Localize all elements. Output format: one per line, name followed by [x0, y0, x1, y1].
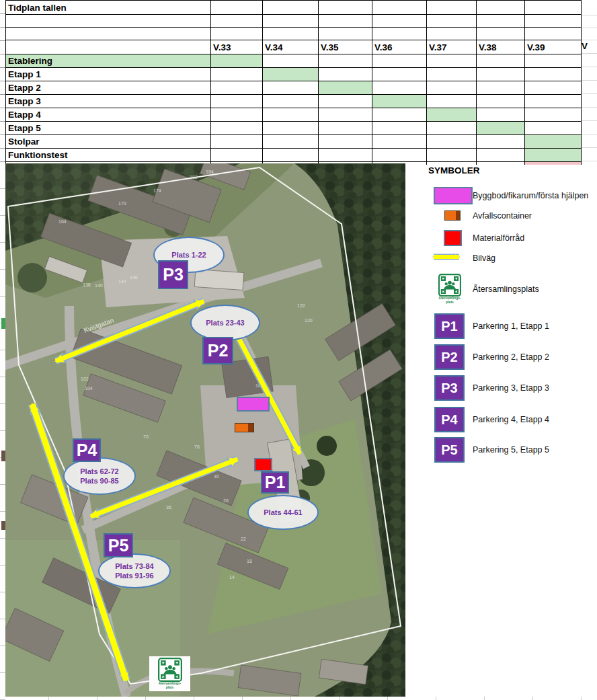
task-label-cell[interactable]: Stolpar	[6, 135, 211, 149]
assembly-point-sign[interactable]: Återsamlings-plats	[438, 274, 461, 304]
gantt-cell[interactable]	[372, 149, 427, 162]
gantt-cell[interactable]	[427, 135, 477, 149]
gantt-cell[interactable]	[372, 135, 427, 149]
gantt-cell[interactable]	[372, 122, 427, 135]
sheet-cell[interactable]	[372, 1, 427, 15]
week-header-cell[interactable]: V.38	[477, 40, 525, 54]
gantt-cell[interactable]	[477, 122, 525, 135]
gantt-cell[interactable]	[211, 122, 263, 135]
gantt-cell[interactable]	[211, 135, 263, 149]
gantt-cell[interactable]	[427, 95, 477, 108]
gantt-cell[interactable]	[263, 108, 319, 122]
sheet-cell[interactable]	[525, 1, 582, 15]
sheet-cell[interactable]	[525, 15, 582, 28]
week-header-cell[interactable]: V.37	[427, 40, 477, 54]
gantt-cell[interactable]	[319, 135, 372, 149]
map-parking-badge-p5[interactable]: P5	[104, 533, 133, 557]
gantt-cell[interactable]	[319, 95, 372, 108]
sheet-cell[interactable]	[427, 1, 477, 15]
avfallscontainer-swatch-icon[interactable]	[444, 210, 461, 221]
task-label-cell[interactable]: Etablering	[6, 54, 211, 68]
sheet-cell[interactable]	[372, 15, 427, 28]
sheet-cell[interactable]	[477, 15, 525, 28]
sheet-cell[interactable]	[427, 15, 477, 28]
sheet-cell[interactable]	[6, 15, 211, 28]
materialforrad-swatch-icon[interactable]	[444, 230, 462, 246]
gantt-cell[interactable]	[427, 122, 477, 135]
gantt-cell[interactable]	[211, 149, 263, 162]
task-label-cell[interactable]: Funktionstest	[6, 149, 211, 162]
map-parking-badge-p1[interactable]: P1	[261, 471, 289, 494]
gantt-cell[interactable]	[477, 54, 525, 68]
sheet-cell[interactable]	[263, 15, 319, 28]
sheet-cell[interactable]	[263, 1, 319, 15]
gantt-cell[interactable]	[211, 108, 263, 122]
gantt-cell[interactable]	[525, 122, 582, 135]
task-label-cell[interactable]: Etapp 2	[6, 81, 211, 95]
gantt-cell[interactable]	[319, 122, 372, 135]
sheet-cell[interactable]	[525, 28, 582, 40]
byggbod-swatch-icon[interactable]	[434, 187, 473, 204]
sheet-cell[interactable]	[477, 28, 525, 40]
sheet-cell[interactable]	[263, 28, 319, 40]
road-arrow[interactable]	[56, 301, 204, 361]
task-label-cell[interactable]: Etapp 5	[6, 122, 211, 135]
gantt-cell[interactable]	[263, 149, 319, 162]
site-map-image[interactable]: Kvistgatan184182174170164146144140138122…	[5, 163, 405, 697]
partial-row-cell[interactable]	[477, 162, 525, 165]
gantt-cell[interactable]	[477, 95, 525, 108]
gantt-cell[interactable]	[477, 68, 525, 81]
map-marker-avfall[interactable]	[235, 423, 254, 432]
parking-badge-p3[interactable]: P3	[434, 375, 465, 401]
week-header-cell[interactable]: V.33	[211, 40, 263, 54]
gantt-cell[interactable]	[372, 68, 427, 81]
gantt-cell[interactable]	[477, 81, 525, 95]
plats-ellipse[interactable]: Plats 44-61	[247, 495, 319, 530]
parking-badge-p4[interactable]: P4	[434, 407, 465, 432]
sheet-cell[interactable]	[477, 1, 525, 15]
map-parking-badge-p3[interactable]: P3	[158, 260, 188, 289]
gantt-cell[interactable]	[211, 81, 263, 95]
gantt-cell[interactable]	[427, 81, 477, 95]
gantt-cell[interactable]	[372, 81, 427, 95]
gantt-cell[interactable]	[525, 68, 582, 81]
parking-badge-p5[interactable]: P5	[434, 437, 465, 463]
week-header-cell[interactable]: V.36	[372, 40, 427, 54]
week-header-cell[interactable]: V.35	[319, 40, 372, 54]
map-parking-badge-p2[interactable]: P2	[202, 337, 233, 364]
gantt-cell[interactable]	[319, 81, 372, 95]
gantt-cell[interactable]	[525, 108, 582, 122]
gantt-cell[interactable]	[263, 54, 319, 68]
gantt-cell[interactable]	[211, 54, 263, 68]
gantt-cell[interactable]	[263, 135, 319, 149]
gantt-cell[interactable]	[263, 81, 319, 95]
gantt-cell[interactable]	[319, 68, 372, 81]
gantt-cell[interactable]	[525, 135, 582, 149]
week-header-cell[interactable]: V.34	[263, 40, 319, 54]
map-parking-badge-p4[interactable]: P4	[73, 438, 101, 462]
gantt-cell[interactable]	[525, 54, 582, 68]
sheet-cell[interactable]	[319, 28, 372, 40]
sheet-cell[interactable]	[319, 15, 372, 28]
parking-badge-p2[interactable]: P2	[434, 344, 465, 370]
partial-row-cell[interactable]	[427, 162, 477, 165]
gantt-cell[interactable]	[319, 149, 372, 162]
map-marker-material[interactable]	[254, 458, 272, 471]
sheet-cell[interactable]	[211, 15, 263, 28]
sheet-cell[interactable]	[6, 40, 211, 54]
sheet-cell[interactable]	[372, 28, 427, 40]
plats-ellipse[interactable]: Plats 23-43	[190, 305, 260, 341]
gantt-cell[interactable]	[427, 54, 477, 68]
gantt-cell[interactable]	[263, 122, 319, 135]
gantt-cell[interactable]	[211, 68, 263, 81]
bilvag-arrow-icon[interactable]	[428, 252, 465, 264]
gantt-cell[interactable]	[427, 108, 477, 122]
partial-row-cell[interactable]	[525, 162, 582, 165]
sheet-cell[interactable]	[6, 28, 211, 40]
gantt-cell[interactable]	[525, 95, 582, 108]
schedule-title-cell[interactable]: Tidplan tallen	[6, 1, 211, 15]
sheet-cell[interactable]	[211, 28, 263, 40]
week-header-cell[interactable]: V.39	[525, 40, 582, 54]
sheet-cell[interactable]	[427, 28, 477, 40]
gantt-cell[interactable]	[427, 68, 477, 81]
